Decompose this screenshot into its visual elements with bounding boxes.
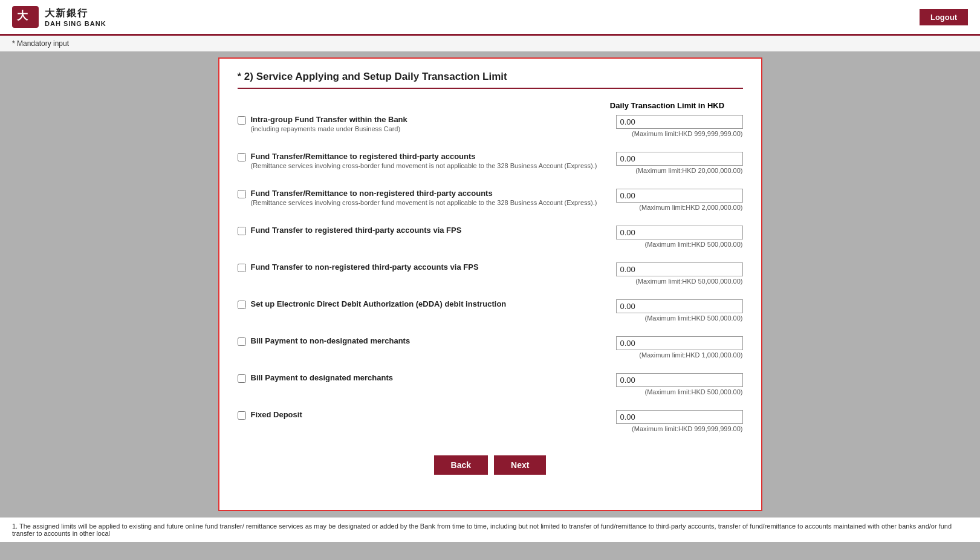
service-right: (Maximum limit:HKD 2,000,000.00): [604, 189, 743, 211]
service-right: (Maximum limit:HKD 500,000.00): [604, 226, 743, 248]
logo-en: DAH SING BANK: [45, 20, 106, 27]
limit-input-bill-non-designated[interactable]: [616, 336, 743, 350]
service-main-text: Bill Payment to non-designated merchants: [251, 336, 604, 345]
service-right: (Maximum limit:HKD 999,999,999.00): [604, 115, 743, 137]
service-right: (Maximum limit:HKD 20,000,000.00): [604, 152, 743, 174]
service-row: Fund Transfer to non-registered third-pa…: [238, 262, 743, 290]
service-row: Set up Electronic Direct Debit Authoriza…: [238, 299, 743, 327]
header: 大 大新銀行 DAH SING BANK Logout: [0, 0, 980, 36]
service-left: Fund Transfer to non-registered third-pa…: [238, 262, 604, 272]
service-checkbox-edda[interactable]: [238, 301, 246, 309]
max-limit-text: (Maximum limit:HKD 50,000,000.00): [616, 278, 743, 285]
service-main-text: Fund Transfer/Remittance to non-register…: [251, 189, 604, 198]
service-left: Fund Transfer/Remittance to non-register…: [238, 189, 604, 206]
logo-text: 大新銀行 DAH SING BANK: [45, 7, 106, 27]
service-left: Fixed Deposit: [238, 410, 604, 420]
next-button[interactable]: Next: [494, 455, 546, 475]
max-limit-text: (Maximum limit:HKD 20,000,000.00): [616, 167, 743, 174]
max-limit-text: (Maximum limit:HKD 999,999,999.00): [616, 130, 743, 137]
service-label: Fund Transfer to registered third-party …: [251, 226, 604, 235]
limit-input-fps-non-registered[interactable]: [616, 262, 743, 276]
services-container: Intra-group Fund Transfer within the Ban…: [238, 115, 743, 437]
service-row: Fund Transfer/Remittance to registered t…: [238, 152, 743, 179]
service-label: Bill Payment to non-designated merchants: [251, 336, 604, 345]
service-label: Fund Transfer/Remittance to non-register…: [251, 189, 604, 206]
service-left: Bill Payment to designated merchants: [238, 373, 604, 383]
service-row: Fund Transfer/Remittance to non-register…: [238, 189, 743, 216]
service-row: Bill Payment to designated merchants (Ma…: [238, 373, 743, 400]
service-sub-text: (Remittance services involving cross-bor…: [251, 162, 604, 169]
service-checkbox-non-registered-third-party[interactable]: [238, 190, 246, 198]
service-checkbox-fps-non-registered[interactable]: [238, 264, 246, 272]
service-main-text: Bill Payment to designated merchants: [251, 373, 604, 382]
service-right: (Maximum limit:HKD 500,000.00): [604, 373, 743, 396]
service-main-text: Fund Transfer/Remittance to registered t…: [251, 152, 604, 161]
section-title: * 2) Service Applying and Setup Daily Tr…: [238, 71, 743, 89]
footer-note: 1. The assigned limits will be applied t…: [0, 517, 980, 542]
service-left: Bill Payment to non-designated merchants: [238, 336, 604, 346]
service-label: Bill Payment to designated merchants: [251, 373, 604, 382]
service-checkbox-fps-registered[interactable]: [238, 227, 246, 235]
service-main-text: Fund Transfer to registered third-party …: [251, 226, 604, 235]
logo-area: 大 大新銀行 DAH SING BANK: [12, 6, 106, 28]
bank-logo-icon: 大: [12, 6, 39, 28]
service-checkbox-bill-designated[interactable]: [238, 374, 246, 383]
service-row: Intra-group Fund Transfer within the Ban…: [238, 115, 743, 142]
service-right: (Maximum limit:HKD 500,000.00): [604, 299, 743, 322]
logo-cn: 大新銀行: [45, 7, 106, 20]
service-row: Fund Transfer to registered third-party …: [238, 226, 743, 253]
service-label: Fund Transfer/Remittance to registered t…: [251, 152, 604, 169]
service-main-text: Intra-group Fund Transfer within the Ban…: [251, 115, 604, 124]
limit-input-fps-registered[interactable]: [616, 226, 743, 239]
logout-button[interactable]: Logout: [920, 9, 968, 25]
main-card: * 2) Service Applying and Setup Daily Tr…: [218, 57, 762, 511]
limit-input-bill-designated[interactable]: [616, 373, 743, 387]
limit-input-registered-third-party[interactable]: [616, 152, 743, 166]
service-main-text: Set up Electronic Direct Debit Authoriza…: [251, 299, 604, 308]
buttons-row: Back Next: [238, 455, 743, 475]
page-wrapper: * 2) Service Applying and Setup Daily Tr…: [0, 51, 980, 517]
max-limit-text: (Maximum limit:HKD 500,000.00): [616, 314, 743, 322]
service-sub-text: (Remittance services involving cross-bor…: [251, 199, 604, 206]
mandatory-note: * Mandatory input: [0, 36, 980, 51]
limit-input-intra-group[interactable]: [616, 115, 743, 129]
max-limit-text: (Maximum limit:HKD 1,000,000.00): [616, 351, 743, 359]
service-right: (Maximum limit:HKD 1,000,000.00): [604, 336, 743, 359]
max-limit-text: (Maximum limit:HKD 500,000.00): [616, 388, 743, 396]
service-checkbox-fixed-deposit[interactable]: [238, 411, 246, 420]
service-right: (Maximum limit:HKD 50,000,000.00): [604, 262, 743, 285]
service-right: (Maximum limit:HKD 999,999,999.00): [604, 410, 743, 432]
max-limit-text: (Maximum limit:HKD 500,000.00): [616, 241, 743, 248]
max-limit-text: (Maximum limit:HKD 999,999,999.00): [616, 425, 743, 432]
service-checkbox-registered-third-party[interactable]: [238, 153, 246, 161]
col-header-row: Daily Transaction Limit in HKD: [238, 101, 743, 110]
service-left: Set up Electronic Direct Debit Authoriza…: [238, 299, 604, 309]
service-left: Fund Transfer to registered third-party …: [238, 226, 604, 235]
limit-input-non-registered-third-party[interactable]: [616, 189, 743, 203]
service-label: Fixed Deposit: [251, 410, 604, 419]
max-limit-text: (Maximum limit:HKD 2,000,000.00): [616, 204, 743, 211]
service-main-text: Fund Transfer to non-registered third-pa…: [251, 262, 604, 272]
service-main-text: Fixed Deposit: [251, 410, 604, 419]
service-row: Bill Payment to non-designated merchants…: [238, 336, 743, 363]
svg-text:大: 大: [16, 10, 28, 22]
service-label: Intra-group Fund Transfer within the Ban…: [251, 115, 604, 132]
service-label: Fund Transfer to non-registered third-pa…: [251, 262, 604, 272]
service-left: Fund Transfer/Remittance to registered t…: [238, 152, 604, 169]
service-left: Intra-group Fund Transfer within the Ban…: [238, 115, 604, 132]
service-sub-text: (including repayments made under Busines…: [251, 125, 604, 132]
limit-input-edda[interactable]: [616, 299, 743, 313]
service-row: Fixed Deposit (Maximum limit:HKD 999,999…: [238, 410, 743, 437]
back-button[interactable]: Back: [434, 455, 488, 475]
service-label: Set up Electronic Direct Debit Authoriza…: [251, 299, 604, 308]
service-checkbox-bill-non-designated[interactable]: [238, 337, 246, 346]
service-checkbox-intra-group[interactable]: [238, 116, 246, 125]
col-header: Daily Transaction Limit in HKD: [598, 101, 737, 110]
limit-input-fixed-deposit[interactable]: [616, 410, 743, 424]
